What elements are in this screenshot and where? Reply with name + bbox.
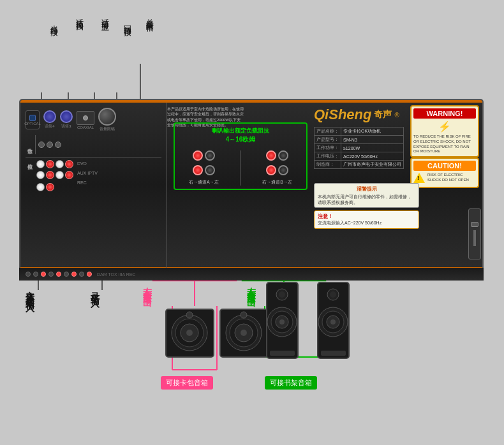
warning-box: WARNING! ⚡ TO REDUCE THE RISK OF FIRE OR…	[410, 105, 479, 157]
sublabel-a-text: 可接卡包音箱	[166, 379, 208, 386]
karaoke-speaker-svg	[163, 306, 217, 360]
karaoke-speaker-2-svg	[217, 306, 271, 360]
caution-box: CAUTION! ! RISK OF ELECTRIC SHOCK DO NOT…	[410, 157, 479, 188]
caution-triangle-icon: !	[413, 173, 425, 183]
brand-logo-q: QiSheng	[314, 106, 371, 123]
power-cable-area	[468, 208, 481, 259]
brand-chinese-name: 奇声	[374, 109, 392, 120]
svg-rect-51	[321, 351, 346, 356]
warning-content-text: TO REDUCE THE RISK OF FIRE OR ELECTRIC S…	[413, 135, 476, 154]
caution-content-text: RISK OF ELECTRIC SHOCK DO NOT OPEN	[427, 173, 476, 183]
output-a-vertical-text: 左右声道输出A	[142, 281, 153, 304]
svg-point-28	[186, 330, 193, 336]
sublabel-b-text: 可接书架音箱	[270, 379, 312, 386]
volume-limit-annotation: 总音量限幅	[145, 13, 154, 19]
volume-limit-knob[interactable]: 音量限幅	[98, 108, 116, 132]
mic4-annotation: 话筒接口四	[75, 13, 84, 19]
volume-limit-label: 总音量限幅	[145, 13, 154, 19]
bottom-section: 立体声音频输入 录音输入 左右声道输出A 左右声道输出B	[0, 274, 504, 445]
svg-point-38	[279, 291, 285, 298]
mic4-label: 话筒接口四	[75, 13, 84, 19]
output-b-vertical-text: 左右声道输出B	[246, 281, 257, 304]
output-a-label-area: 左右声道输出A	[142, 281, 153, 307]
bookshelf-speaker-right-svg	[316, 281, 351, 360]
spec-model: SM-N3	[341, 136, 404, 144]
optical-port[interactable]: OPTICAL	[26, 110, 40, 129]
terminal-divider	[240, 150, 241, 186]
mic-connector-4[interactable]: 话筒4	[43, 110, 56, 129]
optical-label: 光纤接口	[50, 19, 59, 24]
terminal-a-red-1[interactable]	[193, 150, 203, 161]
caution-title-text: CAUTION!	[427, 162, 462, 170]
humidity-title: 湿警提示	[318, 186, 415, 193]
analog-section: 模拟信号	[26, 160, 161, 191]
rec-input-label: 录音输入	[89, 284, 101, 295]
brand-spec-section: QiSheng 奇声 ® 产品名称： 专业卡拉OK功放机 产品型号： SM-N3…	[314, 106, 419, 169]
speaker-terminals: 右→通道A→左 右→通道B→左	[178, 150, 303, 186]
channel-a-label: 右→通道A→左	[189, 179, 219, 186]
svg-point-46	[330, 291, 336, 298]
coaxial-annotation: 同轴接口	[123, 19, 132, 24]
karaoke-speaker	[163, 306, 217, 360]
aux-iptv-label: AUX IPTV	[77, 171, 98, 175]
mic5-annotation: 话筒接口五	[101, 13, 110, 19]
karaoke-speaker-2	[217, 306, 271, 360]
svg-point-29	[186, 312, 193, 318]
speaker-output-title: 喇叭输出额定负载阻抗	[178, 127, 303, 135]
humidity-note-area: 湿警提示 本机内部无用户可自行维修的零件，如需维修，请联系授权服务商。 注意！ …	[314, 183, 419, 229]
svg-point-35	[241, 312, 247, 318]
spec-manufacturer: 广州市奇声电子实业有限公司	[341, 161, 404, 169]
terminal-b-black-1[interactable]	[278, 150, 288, 161]
brand-registered: ®	[394, 112, 399, 119]
note-text: 交流电源输入AC~220V 50/60Hz	[318, 220, 415, 226]
stereo-input-label: 立体声音频输入	[24, 284, 36, 297]
digital-connector-row: OPTICAL 话筒4 话筒3 COAXIAL	[26, 108, 161, 132]
terminal-a-black-1[interactable]	[205, 150, 215, 161]
spec-voltage: AC220V 50/60Hz	[341, 152, 404, 161]
svg-point-42	[279, 319, 285, 325]
output-b-label-area: 左右声道输出B	[246, 281, 257, 307]
sublabel-a: 可接卡包音箱	[161, 376, 213, 390]
coaxial-port[interactable]: COAXIAL	[77, 111, 94, 129]
terminal-a-black-2[interactable]	[205, 165, 215, 175]
note-box: 注意！ 交流电源输入AC~220V 50/60Hz	[314, 210, 419, 229]
warning-title-bar: WARNING!	[413, 108, 476, 119]
spec-table: 产品名称： 专业卡拉OK功放机 产品型号： SM-N3 工作功率： ≥1200W…	[314, 127, 404, 169]
amplifier-body: OPTICAL 话筒4 话筒3 COAXIAL	[19, 99, 484, 271]
brand-display: QiSheng 奇声 ®	[314, 106, 419, 123]
amp-bottom-connectors: DAM TOX IIIA REC	[19, 268, 484, 281]
stereo-audio-input-text: 立体声音频输入	[24, 284, 36, 297]
channel-b-label: 右→通道B→左	[262, 179, 292, 186]
mic-connector-5[interactable]: 话筒3	[60, 110, 73, 129]
left-connectors-section: OPTICAL 话筒4 话筒3 COAXIAL	[20, 103, 167, 270]
sublabel-b: 可接书架音箱	[265, 376, 317, 390]
bookshelf-speaker-left	[265, 281, 300, 360]
stereo-input-group	[36, 160, 73, 168]
svg-point-34	[241, 330, 247, 336]
spec-product-name: 专业卡拉OK功放机	[341, 128, 404, 136]
note-title: 注意！	[318, 213, 415, 220]
coaxial-label-text: 同轴接口	[123, 19, 132, 24]
caution-title-bar: CAUTION!	[413, 161, 476, 171]
warning-triangle-icon: ⚡	[413, 120, 476, 133]
humidity-text: 本机内部无用户可自行维修的零件，如需维修，请联系授权服务商。	[318, 194, 415, 205]
terminal-a-red-2[interactable]	[193, 165, 203, 175]
speaker-output-section: 喇叭输出额定负载阻抗 4～16欧姆 右→通道A→左	[174, 122, 308, 190]
mic5-label: 话筒接口五	[101, 13, 110, 19]
terminal-b-red-1[interactable]	[266, 150, 276, 161]
line-output-row	[36, 183, 73, 191]
digital-label-row: 数字信号	[26, 135, 161, 154]
svg-point-50	[330, 319, 336, 325]
optical-annotation: 光纤接口	[50, 19, 59, 24]
bookshelf-speaker-left-svg	[265, 281, 300, 360]
channel-b-terminals: 右→通道B→左	[262, 150, 292, 186]
top-annotations: 光纤接口 话筒接口四 话筒接口五 同轴接口 总音量限幅	[19, 10, 211, 99]
channel-a-terminals: 右→通道A→左	[189, 150, 219, 186]
humidity-box: 湿警提示 本机内部无用户可自行维修的零件，如需维修，请联系授权服务商。	[314, 183, 419, 208]
terminal-b-black-2[interactable]	[278, 165, 288, 175]
rec-label: REC	[77, 180, 98, 185]
rec-input-text: 录音输入	[89, 285, 101, 293]
amplifier-panel: OPTICAL 话筒4 话筒3 COAXIAL	[19, 99, 484, 271]
terminal-b-red-2[interactable]	[266, 165, 276, 175]
bookshelf-speaker-right	[316, 281, 351, 360]
